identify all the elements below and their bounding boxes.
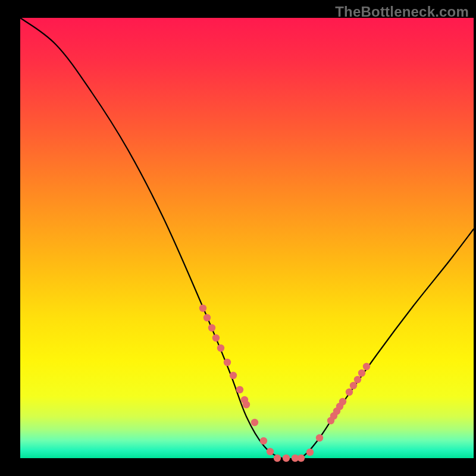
highlight-dots <box>199 305 370 462</box>
highlight-dot <box>203 314 211 321</box>
highlight-dot <box>363 363 370 370</box>
highlight-dot <box>339 398 346 405</box>
highlight-dot <box>212 334 220 342</box>
highlight-dot <box>208 324 215 331</box>
highlight-dot <box>298 455 305 462</box>
highlight-dot <box>274 455 281 462</box>
chart-svg <box>20 18 474 458</box>
highlight-dot <box>230 372 237 379</box>
plot-area <box>20 18 474 458</box>
highlight-dot <box>267 448 274 455</box>
chart-frame: TheBottleneck.com <box>20 2 474 474</box>
highlight-dot <box>251 419 258 426</box>
highlight-dot <box>306 449 314 456</box>
highlight-dot <box>346 389 353 396</box>
highlight-dot <box>283 455 290 462</box>
highlight-dot <box>199 305 206 312</box>
highlight-dot <box>217 345 224 352</box>
highlight-dot <box>224 359 231 366</box>
highlight-dot <box>350 382 357 389</box>
highlight-dot <box>354 376 361 383</box>
highlight-dot <box>243 401 250 408</box>
highlight-dot <box>260 437 267 444</box>
highlight-dot <box>236 386 243 393</box>
bottleneck-curve <box>20 18 474 460</box>
highlight-dot <box>358 369 365 377</box>
highlight-dot <box>316 434 323 441</box>
